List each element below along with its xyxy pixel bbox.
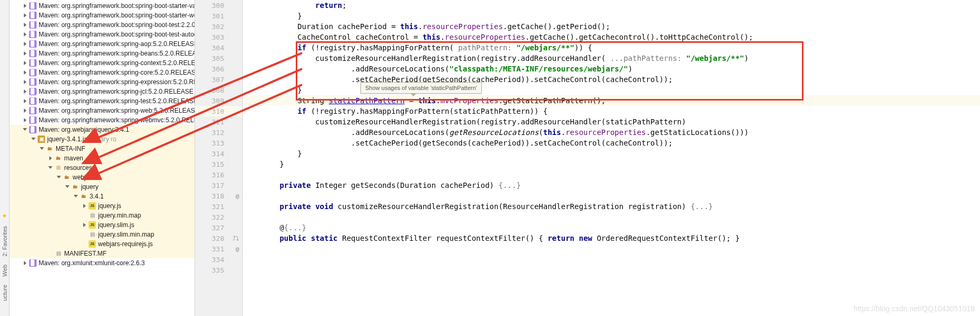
tree-row[interactable]: ▉Maven: org.springframework.boot:spring-…: [10, 11, 195, 20]
tree-row[interactable]: ▉Maven: org.springframework.boot:spring-…: [10, 1, 195, 11]
folder-icon: 🖿: [80, 193, 87, 200]
line-number[interactable]: 305: [195, 53, 242, 64]
tree-row[interactable]: ▉Maven: org.springframework:spring-test:…: [10, 96, 195, 106]
favorites-star-icon: ★: [2, 213, 7, 219]
lib-icon: ▉: [29, 126, 37, 133]
line-number[interactable]: 335: [195, 265, 242, 275]
tree-label: Maven: org.webjars:jquery:3.4.1: [39, 125, 129, 134]
tree-arrow-icon[interactable]: [82, 203, 87, 209]
line-number[interactable]: 322: [195, 212, 242, 222]
line-number[interactable]: 310: [195, 106, 242, 116]
line-number[interactable]: 331@: [195, 243, 242, 254]
tree-arrow-icon[interactable]: [48, 156, 54, 161]
tree-arrow-icon[interactable]: [74, 194, 79, 199]
tree-row[interactable]: ▤jquery.slim.min.map: [10, 230, 195, 239]
editor-gutter[interactable]: 3003013023033043053063073083093103113123…: [195, 0, 243, 316]
tree-arrow-icon[interactable]: [23, 70, 28, 75]
tree-arrow-icon[interactable]: [23, 98, 28, 104]
line-number[interactable]: 328⤴⤵: [195, 233, 242, 243]
tree-row[interactable]: JSjquery.slim.js: [10, 220, 195, 230]
tree-label: jquery.js: [98, 201, 121, 211]
line-number[interactable]: 301: [195, 11, 242, 21]
line-number[interactable]: 306: [195, 64, 242, 74]
tree-arrow-icon[interactable]: [23, 60, 28, 66]
tree-arrow-icon[interactable]: [23, 41, 28, 47]
code-editor[interactable]: return; } Duration cachePeriod = this.re…: [243, 0, 980, 316]
line-number[interactable]: 300: [195, 0, 242, 11]
tree-row[interactable]: ▉Maven: org.webjars:jquery:3.4.1: [10, 125, 195, 134]
tree-arrow-icon[interactable]: [57, 175, 62, 180]
line-number[interactable]: 334: [195, 254, 242, 265]
tree-arrow-icon[interactable]: [23, 51, 28, 56]
tree-row[interactable]: 🖿webjars: [10, 173, 195, 182]
tree-row[interactable]: ▤MANIFEST.MF: [10, 249, 195, 258]
tree-row[interactable]: ▉Maven: org.springframework:spring-aop:5…: [10, 39, 195, 49]
tree-row[interactable]: ▉Maven: org.springframework:spring-expre…: [10, 77, 195, 87]
line-number[interactable]: 314: [195, 148, 242, 159]
tree-arrow-icon[interactable]: [23, 79, 28, 85]
lib-icon: ▉: [29, 116, 37, 124]
line-number[interactable]: 307: [195, 74, 242, 85]
tree-row[interactable]: JSwebjars-requirejs.js: [10, 239, 195, 249]
pkg-icon: ⊞: [55, 164, 62, 171]
line-number[interactable]: 313: [195, 138, 242, 148]
line-number[interactable]: 309: [195, 95, 242, 106]
tree-label: jquery-3.4.1.jar: [47, 134, 90, 144]
line-number[interactable]: 316: [195, 169, 242, 180]
line-number[interactable]: 308: [195, 85, 242, 95]
tree-row[interactable]: ▉Maven: org.springframework.boot:spring-…: [10, 30, 195, 39]
tree-row[interactable]: 🖿META-INF: [10, 144, 195, 154]
tree-arrow-icon[interactable]: [23, 127, 28, 132]
tree-row[interactable]: ▉Maven: org.springframework:spring-conte…: [10, 58, 195, 68]
favorites-tab[interactable]: 2: Favorites: [2, 226, 8, 256]
tree-arrow-icon[interactable]: [23, 108, 28, 113]
tree-label: Maven: org.springframework:spring-expres…: [39, 77, 195, 87]
tree-label: Maven: org.springframework.boot:spring-b…: [39, 20, 195, 30]
tree-arrow-icon: [82, 213, 87, 218]
tree-row[interactable]: ▉Maven: org.springframework:spring-jcl:5…: [10, 87, 195, 96]
tree-arrow-icon[interactable]: [23, 13, 28, 18]
gutter-mark-icon[interactable]: @: [235, 246, 239, 252]
tree-arrow-icon[interactable]: [31, 137, 37, 142]
tree-arrow-icon[interactable]: [23, 22, 28, 28]
project-tree[interactable]: ▉Maven: org.springframework.boot:spring-…: [10, 0, 195, 316]
line-number[interactable]: 317: [195, 180, 242, 191]
line-number[interactable]: 302: [195, 21, 242, 32]
tree-arrow-icon[interactable]: [23, 89, 28, 94]
folder-icon: 🖿: [46, 145, 54, 152]
gutter-mark-icon[interactable]: @: [235, 193, 239, 200]
tree-row[interactable]: JSjquery.js: [10, 201, 195, 211]
tree-arrow-icon[interactable]: [40, 146, 45, 151]
line-number[interactable]: 304: [195, 42, 242, 53]
line-number[interactable]: 315: [195, 159, 242, 169]
line-number[interactable]: 318@: [195, 191, 242, 201]
structure-tab[interactable]: ucture: [2, 285, 8, 301]
line-number[interactable]: 311: [195, 116, 242, 127]
line-number[interactable]: 327: [195, 222, 242, 233]
tree-row[interactable]: ▤jquery.min.map: [10, 211, 195, 220]
tree-row[interactable]: ▉Maven: org.springframework:spring-web:5…: [10, 106, 195, 115]
line-number[interactable]: 312: [195, 127, 242, 138]
tree-arrow-icon[interactable]: [48, 165, 54, 170]
tree-arrow-icon[interactable]: [23, 3, 28, 8]
tree-row[interactable]: ▉Maven: org.springframework:spring-beans…: [10, 49, 195, 58]
line-number[interactable]: 303: [195, 32, 242, 42]
tree-arrow-icon[interactable]: [65, 184, 70, 189]
tree-row[interactable]: ▉Maven: org.springframework:spring-webmv…: [10, 115, 195, 125]
web-tab[interactable]: Web: [2, 265, 8, 276]
tree-row[interactable]: ▉Maven: org.springframework:spring-core:…: [10, 68, 195, 77]
tree-row[interactable]: ▣jquery-3.4.1.jarlibrary ro: [10, 134, 195, 144]
tree-row[interactable]: ⊞resources: [10, 163, 195, 173]
tree-row[interactable]: ▉Maven: org.xmlunit:xmlunit-core:2.6.3: [10, 258, 195, 268]
gutter-mark-icon[interactable]: ⤴⤵: [233, 235, 239, 242]
tree-arrow-icon[interactable]: [23, 260, 28, 266]
line-number[interactable]: 321: [195, 201, 242, 212]
tree-row[interactable]: ▉Maven: org.springframework.boot:spring-…: [10, 20, 195, 30]
tree-row[interactable]: 🖿3.4.1: [10, 192, 195, 201]
tree-arrow-icon[interactable]: [23, 32, 28, 37]
tree-arrow-icon[interactable]: [82, 222, 87, 228]
tree-row[interactable]: 🖿maven: [10, 154, 195, 163]
tree-label: Maven: org.springframework:spring-webmvc…: [39, 115, 195, 125]
tree-row[interactable]: 🖿jquery: [10, 182, 195, 192]
tree-arrow-icon[interactable]: [23, 118, 28, 123]
